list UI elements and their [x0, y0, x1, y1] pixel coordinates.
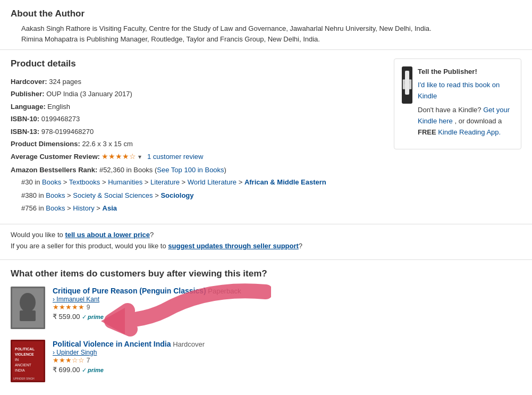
humanities-link[interactable]: Humanities [108, 178, 142, 186]
item-rating-row-2: ★★★☆☆ 7 [53, 356, 521, 364]
rank30-num: #30 in [21, 178, 40, 186]
about-line1: Aakash Singh Rathore is Visiting Faculty… [11, 23, 521, 34]
product-details: Product details Hardcover: 324 pages Pub… [11, 58, 383, 215]
price-value-2: ₹ 699.00 [53, 366, 80, 374]
item-price-1: ₹ 559.00 ✓ prime [53, 313, 521, 321]
isbn13-value: 978-0199468270 [41, 128, 94, 136]
african-middle-eastern-link[interactable]: African & Middle Eastern [244, 178, 326, 186]
seller-before: If you are a seller for this product, wo… [11, 242, 166, 250]
rank30-row: #30 in Books > Textbooks > Humanities > … [21, 176, 383, 189]
svg-point-8 [406, 90, 408, 91]
item-stars-1: ★★★★★ [53, 303, 85, 311]
prime-badge-2: ✓ prime [82, 367, 104, 374]
other-items-title: What other items do customers buy after … [11, 268, 521, 279]
prime-badge-1: ✓ prime [82, 314, 104, 321]
item-count-1: 9 [87, 304, 90, 311]
books-link-380[interactable]: Books [46, 191, 65, 199]
list-item: POLITICAL VIOLENCE IN ANCIENT INDIA UPIN… [11, 340, 521, 382]
isbn10-value: 0199468273 [41, 115, 80, 123]
no-kindle-text: Don't have a Kindle? Get your Kindle her… [418, 105, 513, 138]
books-link-30[interactable]: Books [42, 178, 61, 186]
kindle-title: Tell the Publisher! [418, 66, 513, 78]
kindle-middle-text: , or download a [454, 117, 502, 125]
language-label: Language: [11, 103, 46, 111]
kindle-text-block: Tell the Publisher! I'd like to read thi… [418, 66, 513, 141]
dimensions-label: Product Dimensions: [11, 140, 80, 148]
literature-link[interactable]: Literature [150, 178, 180, 186]
language-row: Language: English [11, 100, 383, 113]
kindle-device-image [402, 66, 412, 104]
item-price-2: ₹ 699.00 ✓ prime [53, 366, 521, 374]
rank-row: Amazon Bestsellers Rank: #52,360 in Book… [11, 164, 383, 176]
item-thumb-pvai: POLITICAL VIOLENCE IN ANCIENT INDIA UPIN… [11, 340, 45, 382]
rank380-num: #380 in [21, 191, 44, 199]
item-format-2: Hardcover [173, 340, 205, 348]
sociology-link[interactable]: Sociology [161, 191, 193, 199]
lower-price-after: ? [150, 231, 154, 239]
seller-after: ? [299, 242, 302, 250]
avg-review-label: Average Customer Review: [11, 153, 100, 161]
rank756-num: #756 in [21, 204, 44, 212]
publisher-row: Publisher: OUP India (3 January 2017) [11, 88, 383, 100]
prime-check-icon-1: ✓ [82, 314, 87, 321]
item-stars-2: ★★★☆☆ [53, 356, 85, 364]
books-link-756[interactable]: Books [46, 204, 65, 212]
svg-text:POLITICAL: POLITICAL [15, 347, 35, 351]
prime-text-1: prime [88, 314, 104, 320]
rank-label: Amazon Bestsellers Rank: [11, 166, 97, 174]
publisher-value: OUP India (3 January 2017) [46, 90, 132, 98]
other-items-section: What other items do customers buy after … [0, 260, 532, 395]
hardcover-label: Hardcover: [11, 78, 47, 86]
review-count-link[interactable]: 1 customer review [147, 153, 203, 161]
star-rating: ★★★★☆ [102, 152, 136, 161]
seller-update-row: If you are a seller for this product, wo… [11, 242, 521, 250]
kindle-sidebar-box: Tell the Publisher! I'd like to read thi… [394, 58, 521, 149]
textbooks-link[interactable]: Textbooks [69, 178, 100, 186]
item-title-2[interactable]: Political Violence in Ancient India [53, 340, 171, 348]
isbn13-row: ISBN-13: 978-0199468270 [11, 125, 383, 138]
hardcover-row: Hardcover: 324 pages [11, 75, 383, 88]
no-kindle-before: Don't have a Kindle? [418, 106, 482, 114]
language-value: English [47, 103, 70, 111]
lower-price-before: Would you like to [11, 231, 63, 239]
history-link[interactable]: History [73, 204, 94, 212]
avg-review-row: Average Customer Review: ★★★★☆ ▾ 1 custo… [11, 150, 383, 163]
free-label: FREE [418, 128, 436, 136]
kindle-app-link[interactable]: Kindle Reading App. [438, 128, 501, 136]
rank756-row: #756 in Books > History > Asia [21, 202, 383, 215]
lower-links-section: Would you like to tell us about a lower … [0, 224, 532, 260]
pvai-book-svg: POLITICAL VIOLENCE IN ANCIENT INDIA UPIN… [11, 340, 45, 382]
price-value-1: ₹ 559.00 [53, 313, 80, 321]
svg-text:ANCIENT: ANCIENT [15, 363, 31, 367]
about-title: About the Author [11, 9, 521, 19]
lower-price-row: Would you like to tell us about a lower … [11, 231, 521, 239]
svg-text:VIOLENCE: VIOLENCE [15, 352, 34, 356]
item-author-1[interactable]: › Immanuel Kant [53, 296, 99, 303]
dimensions-value: 22.6 x 3 x 15 cm [82, 140, 132, 148]
hardcover-value: 324 pages [49, 78, 81, 86]
isbn13-label: ISBN-13: [11, 128, 39, 136]
about-section: About the Author Aakash Singh Rathore is… [0, 0, 532, 50]
svg-text:IN: IN [15, 358, 19, 362]
product-area: Product details Hardcover: 324 pages Pub… [0, 50, 532, 224]
page: About the Author Aakash Singh Rathore is… [0, 0, 532, 395]
svg-rect-12 [20, 310, 36, 321]
seller-update-link[interactable]: suggest updates through seller support [168, 242, 299, 250]
dimensions-row: Product Dimensions: 22.6 x 3 x 15 cm [11, 138, 383, 150]
item-title-1[interactable]: Critique of Pure Reason (Penguin Classic… [53, 287, 206, 295]
svg-text:INDIA: INDIA [15, 368, 25, 372]
critique-book-svg [11, 287, 45, 329]
lower-price-link[interactable]: tell us about a lower price [65, 231, 150, 239]
isbn10-label: ISBN-10: [11, 115, 39, 123]
item-author-2[interactable]: › Upinder Singh [53, 349, 97, 356]
publisher-label: Publisher: [11, 90, 45, 98]
society-link[interactable]: Society & Social Sciences [73, 191, 153, 199]
asia-link[interactable]: Asia [103, 204, 117, 212]
world-lit-link[interactable]: World Literature [188, 178, 237, 186]
rank380-row: #380 in Books > Society & Social Science… [21, 189, 383, 203]
top100-link[interactable]: See Top 100 in Books [157, 166, 224, 174]
svg-text:UPINDER SINGH: UPINDER SINGH [13, 377, 35, 380]
isbn10-row: ISBN-10: 0199468273 [11, 113, 383, 125]
kindle-row: Tell the Publisher! I'd like to read thi… [402, 66, 513, 141]
kindle-read-link[interactable]: I'd like to read this book on Kindle [418, 81, 500, 100]
